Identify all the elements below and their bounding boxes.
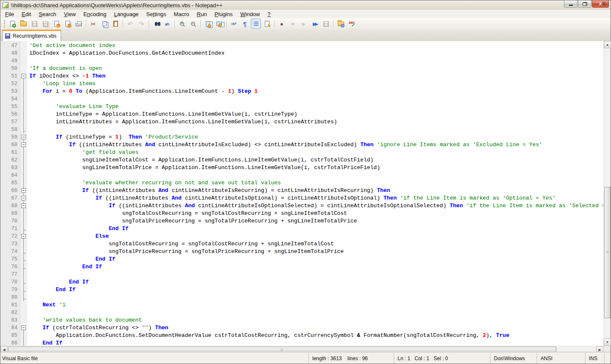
fold-collapse-button[interactable]: [20, 324, 27, 332]
minimize-button[interactable]: [564, 0, 577, 8]
copy-button[interactable]: [99, 19, 109, 29]
fold-box-icon[interactable]: [21, 325, 26, 330]
line-number[interactable]: 75: [0, 256, 20, 263]
line-number[interactable]: 55: [0, 103, 20, 111]
code-line[interactable]: 59If (intLineType = 1) Then 'Product/Ser…: [0, 133, 603, 141]
horizontal-scrollbar-thumb[interactable]: [8, 347, 556, 353]
zoom-in-button[interactable]: +: [177, 19, 187, 29]
fold-box-icon[interactable]: [21, 188, 26, 193]
code-line[interactable]: 72Else: [0, 233, 603, 240]
code-line[interactable]: 83'write values back to document: [0, 317, 603, 324]
scroll-down-button[interactable]: ▼: [604, 339, 611, 346]
line-number[interactable]: 60: [0, 141, 20, 149]
horizontal-scrollbar[interactable]: ◀ ▶: [0, 346, 603, 353]
code-line[interactable]: 69sngTotalCostRecurring = sngTotalCostRe…: [0, 210, 603, 217]
menu-item-encoding[interactable]: Encoding: [80, 11, 110, 18]
line-number[interactable]: 63: [0, 164, 20, 172]
close-file-button[interactable]: –: [51, 19, 62, 29]
fold-box-icon[interactable]: [21, 203, 26, 208]
fold-collapse-button[interactable]: [20, 187, 27, 195]
title-bar[interactable]: \\hilltops-dc\Shared Applications\QuoteW…: [0, 0, 611, 10]
zoom-out-button[interactable]: –: [188, 19, 198, 29]
line-number[interactable]: 72: [0, 233, 20, 240]
line-number[interactable]: 64: [0, 172, 20, 179]
line-number[interactable]: 65: [0, 179, 20, 187]
code-line[interactable]: 70sngTotalPriceRecurring = sngTotalPrice…: [0, 217, 603, 225]
fold-collapse-button[interactable]: [20, 233, 27, 240]
code-line[interactable]: 51If iDocIndex <> -1 Then: [0, 72, 603, 80]
run-macro-multiple-button[interactable]: ▶▶: [310, 19, 320, 29]
menu-item-language[interactable]: Language: [110, 11, 143, 18]
code-line[interactable]: 64: [0, 172, 603, 179]
menu-item-help[interactable]: ?: [263, 11, 274, 18]
line-number[interactable]: 76: [0, 263, 20, 271]
fold-box-icon[interactable]: [21, 196, 26, 200]
code-line[interactable]: 55'evaluate Line Type: [0, 103, 603, 111]
line-number[interactable]: 70: [0, 217, 20, 225]
function-list-button[interactable]: ϟ: [262, 19, 272, 29]
fold-box-icon[interactable]: [21, 74, 26, 78]
open-containing-folder-button[interactable]: [336, 19, 346, 29]
fold-collapse-button[interactable]: [20, 141, 27, 149]
line-number[interactable]: 84: [0, 324, 20, 332]
code-line[interactable]: 84If (cstrTotalCostRecurring <> "") Then: [0, 324, 603, 332]
line-number[interactable]: 66: [0, 187, 20, 195]
paste-button[interactable]: [110, 19, 121, 29]
menu-item-run[interactable]: Run: [193, 11, 211, 18]
line-number[interactable]: 78: [0, 278, 20, 286]
line-number[interactable]: 54: [0, 95, 20, 103]
code-line[interactable]: 86End If: [0, 339, 603, 346]
tab-RecurringItems.vbs[interactable]: RecurringItems.vbs: [2, 31, 61, 41]
new-file-button[interactable]: +: [7, 19, 17, 29]
line-number[interactable]: 48: [0, 50, 20, 57]
show-indent-guide-button[interactable]: [251, 19, 261, 29]
line-number[interactable]: 61: [0, 149, 20, 156]
line-number[interactable]: 51: [0, 72, 20, 80]
find-button[interactable]: [151, 19, 161, 29]
line-number[interactable]: 67: [0, 195, 20, 202]
menu-item-search[interactable]: Search: [35, 11, 60, 18]
code-line[interactable]: 76End If: [0, 263, 603, 271]
code-line[interactable]: 60If ((intLineAttributes And cintLineAtt…: [0, 141, 603, 149]
code-line[interactable]: 56intLineType = Application.ItemFunction…: [0, 111, 603, 118]
record-macro-button[interactable]: ●: [277, 19, 287, 29]
code-area[interactable]: 47'Get active document index48iDocIndex …: [0, 41, 603, 346]
line-number[interactable]: 59: [0, 133, 20, 141]
line-number[interactable]: 62: [0, 156, 20, 164]
code-line[interactable]: 73sngTotalCostRecurring = sngTotalCostRe…: [0, 240, 603, 248]
menu-close-document-button[interactable]: X: [600, 1, 608, 7]
line-number[interactable]: 49: [0, 57, 20, 65]
line-number[interactable]: 71: [0, 225, 20, 233]
code-line[interactable]: 79End If: [0, 286, 603, 294]
code-line[interactable]: 71End If: [0, 225, 603, 233]
show-all-characters-button[interactable]: ¶: [240, 19, 250, 29]
fold-collapse-button[interactable]: [20, 202, 27, 210]
code-line[interactable]: 77: [0, 271, 603, 278]
sync-horizontal-scroll-button[interactable]: [214, 19, 224, 29]
line-number[interactable]: 58: [0, 126, 20, 133]
code-line[interactable]: 48iDocIndex = Application.DocFunctions.G…: [0, 50, 603, 57]
code-line[interactable]: 53For i = 0 To (Application.ItemFunction…: [0, 88, 603, 95]
code-line[interactable]: 74sngTotalPriceRecurring = sngTotalPrice…: [0, 248, 603, 256]
fold-box-icon[interactable]: [21, 135, 26, 139]
menu-item-settings[interactable]: Settings: [143, 11, 170, 18]
code-line[interactable]: 75End If: [0, 256, 603, 263]
line-number[interactable]: 47: [0, 42, 20, 50]
line-number[interactable]: 86: [0, 339, 20, 346]
fold-collapse-button[interactable]: [20, 195, 27, 202]
line-number[interactable]: 57: [0, 118, 20, 126]
close-all-button[interactable]: –: [62, 19, 73, 29]
fold-box-icon[interactable]: [21, 234, 26, 239]
fold-collapse-button[interactable]: [20, 133, 27, 141]
code-line[interactable]: 65'evaluate whether recurring on not and…: [0, 179, 603, 187]
code-line[interactable]: 67If ((intLineAttributes And cintLineAtt…: [0, 195, 603, 202]
code-line[interactable]: 81Next 'i: [0, 301, 603, 309]
fold-collapse-button[interactable]: [20, 72, 27, 80]
line-number[interactable]: 73: [0, 240, 20, 248]
line-number[interactable]: 82: [0, 309, 20, 317]
code-line[interactable]: 58: [0, 126, 603, 133]
editor[interactable]: 47'Get active document index48iDocIndex …: [0, 41, 611, 353]
line-number[interactable]: 53: [0, 88, 20, 95]
scroll-up-button[interactable]: ▲: [604, 41, 611, 48]
fold-box-icon[interactable]: [21, 142, 26, 147]
